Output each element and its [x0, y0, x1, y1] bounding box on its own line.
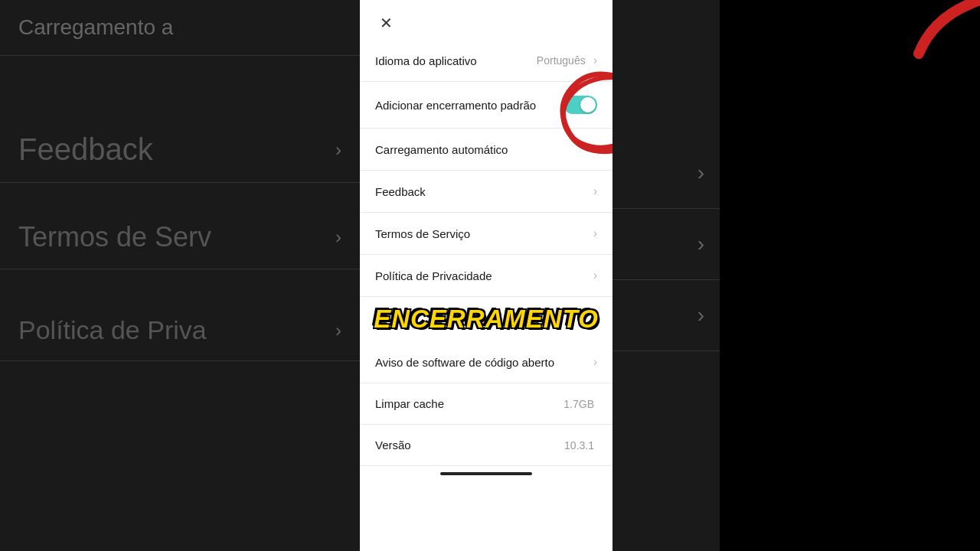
termos-right: › [593, 227, 597, 240]
bg-item-privacidade: Política de Priva › [0, 300, 360, 361]
toggle-knob [580, 97, 596, 112]
feedback-right: › [593, 184, 597, 198]
settings-item-aviso[interactable]: Aviso de software de código aberto › [360, 341, 612, 383]
bg-item-termos: Termos de Serv › [0, 206, 360, 269]
bg-privacidade-label: Política de Priva [18, 315, 207, 345]
idioma-chevron: › [593, 54, 597, 67]
aviso-label: Aviso de software de código aberto [375, 356, 554, 369]
bg-termos-chevron: › [335, 227, 341, 248]
encerramento-toggle[interactable] [564, 96, 597, 114]
close-button[interactable]: ✕ [375, 12, 397, 34]
bg-termos-label: Termos de Serv [18, 221, 211, 253]
modal-content: Idioma do aplicativo Português › Adicion… [360, 40, 612, 551]
cache-label: Limpar cache [375, 397, 444, 410]
encerramento-overlay-text: ENCERRAMENTO [374, 305, 599, 334]
versao-value: 10.3.1 [564, 439, 594, 452]
bg-feedback-chevron: › [335, 139, 341, 161]
termos-label: Termos de Serviço [375, 227, 470, 240]
aviso-chevron: › [593, 355, 597, 369]
background-left: Carregamento a Feedback › Termos de Serv… [0, 0, 360, 551]
feedback-label: Feedback [375, 185, 426, 198]
bottom-indicator-bar [440, 472, 532, 475]
settings-item-termos[interactable]: Termos de Serviço › [360, 213, 612, 255]
background-right: › › › [612, 0, 720, 551]
privacidade-right: › [593, 269, 597, 282]
bg-item-feedback: Feedback › [0, 117, 360, 183]
idioma-right: Português › [537, 54, 597, 67]
termos-chevron: › [593, 227, 597, 240]
bg-item-carregamento: Carregamento a [0, 0, 360, 56]
encerramento-label: Adicionar encerramento padrão [375, 99, 536, 112]
cache-value: 1.7GB [564, 398, 594, 410]
privacidade-label: Política de Privacidade [375, 269, 492, 282]
carregamento-right: › [593, 142, 597, 156]
settings-item-feedback[interactable]: Feedback › [360, 171, 612, 213]
bg-privacidade-chevron: › [335, 320, 341, 341]
feedback-chevron: › [593, 184, 597, 198]
versao-label: Versão [375, 439, 411, 452]
privacidade-chevron: › [593, 269, 597, 282]
bg-right-chevron-1: › [697, 161, 704, 185]
versao-right: 10.3.1 [564, 439, 597, 452]
settings-item-carregamento[interactable]: Carregamento automático › [360, 129, 612, 171]
settings-modal: ✕ Idioma do aplicativo Português › Adici… [360, 0, 612, 551]
idioma-label: Idioma do aplicativo [375, 54, 477, 67]
settings-item-cache[interactable]: Limpar cache 1.7GB [360, 383, 612, 425]
aviso-right: › [593, 355, 597, 369]
bg-feedback-label: Feedback [18, 132, 153, 167]
settings-item-privacidade[interactable]: Política de Privacidade › [360, 255, 612, 297]
settings-item-idioma[interactable]: Idioma do aplicativo Português › [360, 40, 612, 82]
modal-header: ✕ [360, 0, 612, 40]
carregamento-chevron: › [593, 142, 597, 156]
idioma-value: Português [537, 54, 586, 67]
bg-carregamento-label: Carregamento a [18, 15, 173, 40]
settings-item-encerramento[interactable]: Adicionar encerramento padrão [360, 82, 612, 129]
cache-right: 1.7GB [564, 398, 597, 410]
close-icon: ✕ [380, 14, 393, 32]
settings-item-versao: Versão 10.3.1 [360, 425, 612, 466]
bg-right-chevron-3: › [697, 303, 704, 328]
carregamento-label: Carregamento automático [375, 143, 508, 156]
bg-right-chevron-2: › [697, 232, 704, 256]
encerramento-toggle-wrap[interactable] [564, 96, 597, 114]
